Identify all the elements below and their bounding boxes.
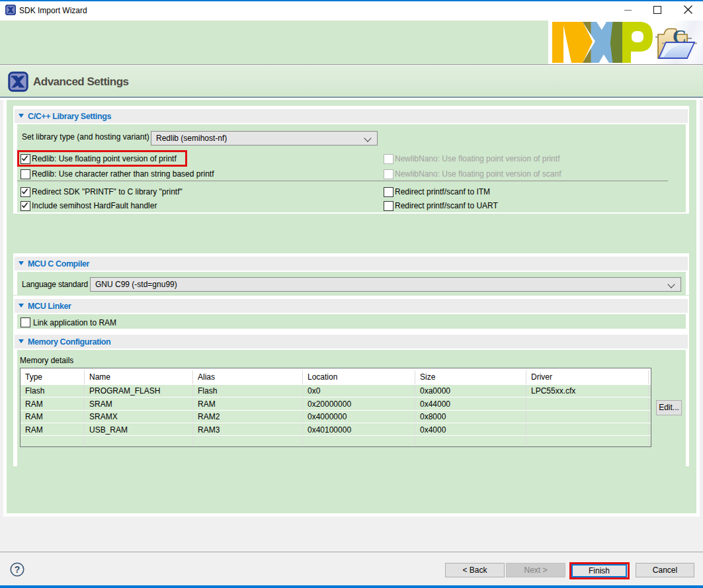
svg-text:?: ? <box>15 564 21 575</box>
